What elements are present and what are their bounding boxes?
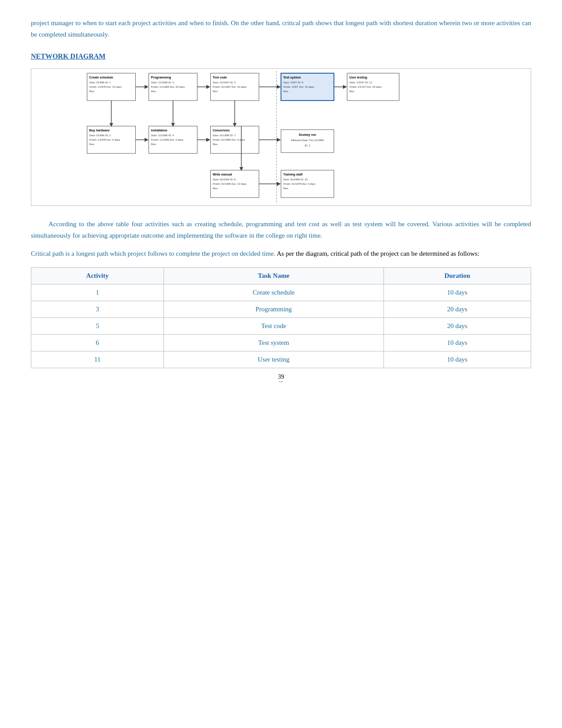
table-row: 5Test code20 days — [31, 317, 531, 334]
table-cell: Create schedule — [164, 284, 383, 301]
network-diagram: .nd text { font-family: Arial, sans-seri… — [31, 68, 531, 206]
svg-text:Res:: Res: — [89, 143, 95, 146]
table-cell: Test code — [164, 317, 383, 334]
svg-text:Start: 01/1896  ID: 7: Start: 01/1896 ID: 7 — [213, 134, 236, 137]
svg-text:Res:: Res: — [89, 90, 95, 93]
svg-text:Conversion: Conversion — [213, 129, 230, 132]
section-heading: NETWORK DIAGRAM — [31, 52, 531, 60]
svg-text:Test code: Test code — [213, 76, 227, 79]
svg-text:Start: 01/1006  ID: 8: Start: 01/1006 ID: 8 — [213, 178, 236, 181]
para1: According to the above table four activi… — [31, 218, 531, 242]
backtick-line: `` — [31, 381, 531, 388]
col-duration: Duration — [383, 267, 531, 284]
svg-text:Start: 01/996   ID: 2: Start: 01/996 ID: 2 — [89, 134, 111, 137]
svg-text:Effective Date: Thu 12/1806: Effective Date: Thu 12/1806 — [291, 139, 324, 142]
svg-text:Dummy run: Dummy run — [299, 133, 316, 137]
svg-text:Res:: Res: — [151, 90, 157, 93]
svg-text:Finish: 11/978   Dur: 10 days: Finish: 11/978 Dur: 10 days — [89, 86, 122, 88]
svg-text:Res:: Res: — [283, 187, 289, 190]
svg-text:User testing: User testing — [350, 76, 367, 79]
svg-text:Write manual: Write manual — [213, 173, 232, 176]
svg-text:Buy hardware: Buy hardware — [89, 129, 110, 132]
svg-text:Start: 01/1097  ID: 5: Start: 01/1097 ID: 5 — [213, 81, 236, 84]
table-cell: User testing — [164, 351, 383, 368]
svg-text:Res:: Res: — [213, 143, 219, 146]
svg-text:Finish: 1/007   Dur: 10 days: Finish: 1/007 Dur: 10 days — [283, 86, 314, 88]
activity-table: Activity Task Name Duration 1Create sche… — [31, 267, 531, 368]
table-cell: 11 — [31, 351, 164, 368]
svg-text:Finish: 2/1137  Dur: 20 days: Finish: 2/1137 Dur: 20 days — [350, 86, 382, 88]
table-cell: Programming — [164, 301, 383, 317]
table-row: 11User testing10 days — [31, 351, 531, 368]
svg-text:Finish: 01/1978 Dur: 3 days: Finish: 01/1978 Dur: 3 days — [283, 183, 316, 185]
page-number: 39 — [31, 373, 531, 381]
col-activity: Activity — [31, 267, 164, 284]
table-row: 3Programming20 days — [31, 301, 531, 317]
svg-text:Res:: Res: — [283, 90, 289, 93]
table-cell: 10 days — [383, 351, 531, 368]
svg-text:Start: 1/007    ID: 6: Start: 1/007 ID: 6 — [283, 81, 304, 84]
svg-text:Finish: 11/978  Dur: 5 days: Finish: 11/978 Dur: 5 days — [89, 138, 120, 141]
svg-text:Installation: Installation — [151, 129, 167, 132]
svg-text:Start: 11/1096  ID: 3: Start: 11/1096 ID: 3 — [151, 81, 175, 84]
table-cell: 20 days — [383, 301, 531, 317]
table-cell: Test system — [164, 334, 383, 351]
svg-text:Start: 01/1896  ID: 10: Start: 01/1896 ID: 10 — [283, 178, 308, 181]
col-task-name: Task Name — [164, 267, 383, 284]
svg-text:Finish: 11/1906  Dur: 20 days: Finish: 11/1906 Dur: 20 days — [151, 86, 185, 88]
svg-text:Start: 1/1047   ID: 11: Start: 1/1047 ID: 11 — [350, 81, 373, 84]
table-row: 6Test system10 days — [31, 334, 531, 351]
table-cell: 10 days — [383, 284, 531, 301]
svg-text:Res:: Res: — [350, 90, 355, 93]
svg-text:Finish: 11/1906 Dur: 5 days: Finish: 11/1906 Dur: 5 days — [151, 138, 183, 141]
svg-text:Res:: Res: — [151, 143, 157, 146]
table-cell: 6 — [31, 334, 164, 351]
table-cell: 10 days — [383, 334, 531, 351]
svg-text:Training staff: Training staff — [283, 173, 303, 176]
svg-text:ID: 1: ID: 1 — [305, 144, 310, 147]
para2: Critical path is a longest path which pr… — [31, 248, 531, 259]
table-cell: 5 — [31, 317, 164, 334]
intro-paragraph: project manager to when to start each pr… — [31, 18, 531, 40]
table-cell: 1 — [31, 284, 164, 301]
svg-text:Create schedule: Create schedule — [89, 76, 113, 79]
para2-teal: Critical path is a longest path which pr… — [31, 250, 275, 257]
svg-text:Finish: 01/1906 Dur: 10 days: Finish: 01/1906 Dur: 10 days — [213, 183, 247, 185]
svg-text:Test system: Test system — [283, 76, 301, 79]
table-row: 1Create schedule10 days — [31, 284, 531, 301]
table-cell: 20 days — [383, 317, 531, 334]
table-cell: 3 — [31, 301, 164, 317]
svg-text:Programming: Programming — [151, 76, 171, 79]
svg-text:Res:: Res: — [213, 90, 219, 93]
svg-text:Start: 11/1996  ID: 4: Start: 11/1996 ID: 4 — [151, 134, 175, 137]
svg-text:Res:: Res: — [213, 187, 219, 190]
svg-text:Finish: 01/1896 Dur: 5 days: Finish: 01/1896 Dur: 5 days — [213, 138, 245, 141]
svg-text:Finish: 01/1097  Dur: 20 days: Finish: 01/1097 Dur: 20 days — [213, 86, 247, 88]
para2-black: As per the diagram, critical path of the… — [275, 250, 480, 257]
svg-text:Start: 01/996   ID: 1: Start: 01/996 ID: 1 — [89, 81, 111, 84]
